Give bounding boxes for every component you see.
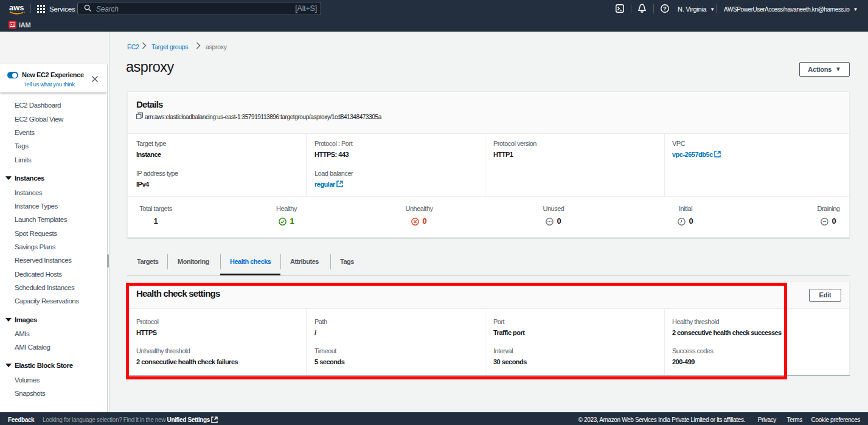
svg-text:?: ?: [663, 5, 667, 12]
svg-text:aws: aws: [9, 3, 24, 12]
